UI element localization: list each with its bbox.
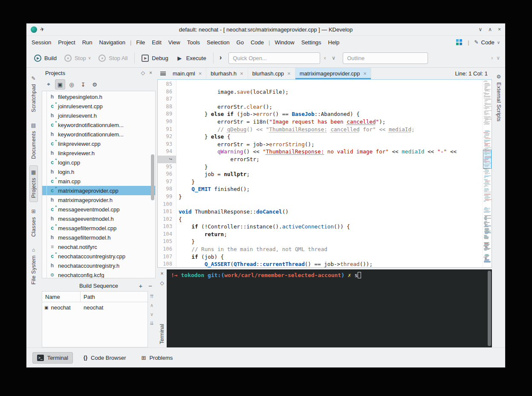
- tree-item[interactable]: ckeywordnotificationrulem...: [42, 120, 155, 130]
- code-line[interactable]: }: [179, 178, 483, 186]
- menu-code[interactable]: Code: [247, 38, 267, 47]
- install-selection-button[interactable]: ↧: [78, 79, 88, 90]
- menu-tools[interactable]: Tools: [184, 38, 203, 47]
- terminal-tab-label[interactable]: Terminal: [159, 324, 165, 344]
- code-editor[interactable]: 85868788899091929394↪9596979899100101102…: [157, 79, 492, 268]
- close-icon[interactable]: ×: [149, 70, 152, 76]
- maximize-icon[interactable]: ∧: [488, 26, 492, 32]
- code-line[interactable]: image.save(localFile);: [179, 88, 483, 96]
- tree-item[interactable]: clogin.cpp: [42, 158, 155, 167]
- terminal-scrollbar[interactable]: [488, 271, 491, 346]
- code-line[interactable]: errorStr = i18n("Image request has been …: [179, 118, 483, 126]
- menu-window[interactable]: Window: [271, 38, 298, 47]
- menu-help[interactable]: Help: [325, 38, 343, 47]
- editor-tab-blurhash-h[interactable]: blurhash.h×: [206, 68, 248, 79]
- dock-tab-classes[interactable]: ⊞Classes: [29, 205, 38, 241]
- tab-close-icon[interactable]: ×: [363, 70, 367, 77]
- code-line[interactable]: errorStr.clear();: [179, 103, 483, 111]
- move-up-icon[interactable]: ∧: [150, 303, 153, 308]
- close-icon[interactable]: ×: [498, 26, 501, 32]
- tree-item[interactable]: hkeywordnotificationrulem...: [42, 130, 155, 139]
- code-line[interactable]: qWarning() << "ThumbnailResponse: no val…: [179, 148, 483, 156]
- dock-tab-documents[interactable]: ▤Documents: [29, 119, 38, 163]
- code-line[interactable]: if (job) {: [179, 253, 483, 261]
- column-header-path[interactable]: Path: [81, 294, 147, 300]
- dock-tab-projects[interactable]: ▦Projects: [29, 165, 38, 202]
- remove-icon[interactable]: −: [148, 282, 152, 289]
- editor-tab-matriximageprovider-cpp[interactable]: matriximageprovider.cpp×: [295, 68, 371, 79]
- add-icon[interactable]: +: [139, 282, 142, 289]
- tree-item[interactable]: hneochataccountregistry.h: [42, 261, 155, 270]
- move-down-icon[interactable]: ∨: [150, 312, 153, 317]
- chevron-left-icon[interactable]: ‹: [322, 54, 328, 62]
- chevron-down-icon[interactable]: ∨: [330, 54, 338, 62]
- code-line[interactable]: if (!Controller::instance().activeConnec…: [179, 223, 483, 231]
- tree-item[interactable]: cmessagefiltermodel.cpp: [42, 223, 155, 233]
- code-line[interactable]: errorStr;: [179, 156, 483, 163]
- minimize-icon[interactable]: ∨: [478, 26, 482, 32]
- code-line[interactable]: errorStr = job->errorString();: [179, 141, 483, 148]
- filter-button[interactable]: ⚙: [90, 79, 100, 90]
- code-line[interactable]: Q_ASSERT(QThread::currentThread() == job…: [179, 260, 483, 267]
- dock-tab-scratchpad[interactable]: ✎Scratchpad: [29, 72, 38, 116]
- code-line[interactable]: {: [179, 216, 483, 223]
- terminal-screen[interactable]: !→ tokodon git:(work/carl/remember-selec…: [167, 269, 492, 347]
- menu-navigation[interactable]: Navigation: [96, 38, 129, 47]
- chevron-down-icon[interactable]: ∨: [496, 55, 500, 61]
- debug-button[interactable]: Debug: [138, 52, 171, 64]
- tree-item[interactable]: hlinkpreviewer.h: [42, 148, 155, 158]
- tree-item[interactable]: cjoinrulesevent.cpp: [42, 101, 155, 111]
- menu-run[interactable]: Run: [79, 38, 96, 47]
- code-line[interactable]: }: [179, 163, 483, 171]
- tree-item[interactable]: clinkpreviewer.cpp: [42, 139, 155, 148]
- titlebar[interactable]: ✈ default: neochat - [ neochat:src/matri…: [26, 23, 505, 36]
- console-button[interactable]: ›: [217, 53, 226, 63]
- menu-session[interactable]: Session: [28, 38, 55, 47]
- menu-go[interactable]: Go: [233, 38, 247, 47]
- tree-item[interactable]: ≡neochat.notifyrc: [42, 242, 155, 251]
- move-bottom-icon[interactable]: ⇊: [150, 321, 153, 326]
- tree-item[interactable]: hmatriximageprovider.h: [42, 195, 155, 205]
- bottombar-problems[interactable]: ⊞Problems: [136, 352, 177, 364]
- menu-file[interactable]: File: [133, 38, 148, 47]
- tree-item[interactable]: hlogin.h: [42, 167, 155, 176]
- minimap-viewport[interactable]: [483, 150, 492, 169]
- tree-item[interactable]: cmain.cpp: [42, 176, 155, 186]
- minimap[interactable]: [483, 80, 492, 267]
- code-line[interactable]: } else if (job->error() == BaseJob::Aban…: [179, 110, 483, 118]
- move-top-icon[interactable]: ⇈: [150, 294, 153, 299]
- menu-settings[interactable]: Settings: [298, 38, 325, 47]
- area-switcher[interactable]: ✎ Code ∨: [474, 39, 500, 46]
- dock-tab-file-system[interactable]: ⌂File System: [29, 243, 38, 289]
- build-button[interactable]: Build: [31, 52, 60, 64]
- code-line[interactable]: }: [179, 238, 483, 246]
- code-line[interactable]: // qDebug() << "ThumbnailResponse: cance…: [179, 126, 483, 133]
- bottombar-terminal[interactable]: >_Terminal: [32, 352, 73, 364]
- tree-item[interactable]: ⚙neochatconfig.kcfg: [42, 270, 155, 278]
- code-line[interactable]: void ThumbnailResponse::doCancel(): [179, 208, 483, 216]
- toolbar-overflow-icon[interactable]: ›: [491, 55, 493, 61]
- editor-tab-blurhash-cpp[interactable]: blurhash.cpp×: [248, 68, 295, 79]
- menu-selection[interactable]: Selection: [203, 38, 233, 47]
- tab-close-icon[interactable]: ×: [287, 70, 291, 77]
- tab-close-icon[interactable]: ×: [199, 70, 202, 77]
- tree-item[interactable]: cmessageeventmodel.cpp: [42, 205, 155, 214]
- menu-project[interactable]: Project: [55, 38, 78, 47]
- tree-item[interactable]: cneochataccountregistry.cpp: [42, 251, 155, 261]
- code-line[interactable]: [179, 201, 483, 208]
- tab-close-icon[interactable]: ×: [240, 70, 243, 77]
- menu-view[interactable]: View: [165, 38, 184, 47]
- detach-icon[interactable]: ◇: [141, 70, 145, 76]
- code-line[interactable]: }: [179, 193, 483, 201]
- build-selection-button[interactable]: ◎: [66, 79, 77, 90]
- column-header-name[interactable]: Name: [42, 292, 81, 302]
- menu-edit[interactable]: Edit: [148, 38, 165, 47]
- editor-tab-main-qml[interactable]: main.qml×: [168, 68, 206, 79]
- activities-icon[interactable]: [456, 39, 463, 46]
- code-line[interactable]: job = nullptr;: [179, 171, 483, 178]
- execute-button[interactable]: Execute: [173, 52, 210, 64]
- bottombar-code-browser[interactable]: {}Code Browser: [79, 352, 131, 364]
- build-sequence-row[interactable]: ▣neochatneochat: [42, 302, 147, 313]
- document-list-icon[interactable]: [157, 68, 168, 79]
- tree-item[interactable]: cmatriximageprovider.cpp: [42, 186, 155, 195]
